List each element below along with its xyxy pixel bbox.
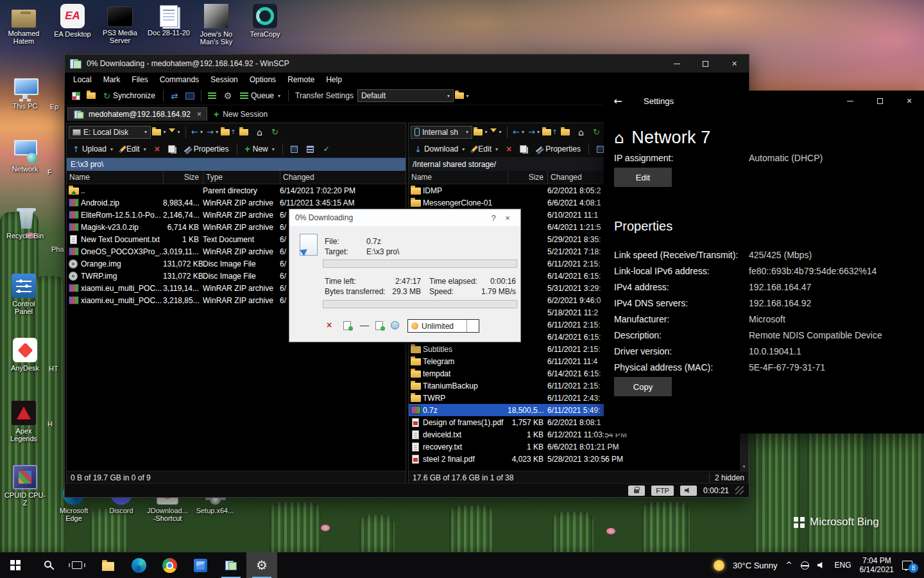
select-check-icon[interactable]: ✓	[320, 142, 334, 156]
volume-icon[interactable]	[817, 561, 826, 569]
delete-button[interactable]: ×	[151, 143, 163, 155]
desktop-icon-mohamed-hatem[interactable]: Mohamed Hatem	[3, 5, 45, 45]
background-button[interactable]	[375, 321, 383, 332]
view-grid-icon[interactable]	[287, 142, 302, 156]
refresh-icon[interactable]: ↻	[589, 125, 603, 139]
root-directory-icon[interactable]	[237, 125, 251, 139]
properties-button[interactable]: Properties	[180, 143, 232, 155]
remote-drive-selector[interactable]: Internal sh ▾	[411, 126, 472, 139]
scroll-down-icon[interactable]: ▾	[740, 462, 748, 471]
photos-taskbar-button[interactable]	[185, 552, 216, 578]
action-center-button[interactable]: 8	[902, 561, 912, 570]
edit-button[interactable]: Edit	[614, 168, 672, 187]
copy-button[interactable]: Copy	[614, 377, 672, 396]
new-session-tab[interactable]: + New Session	[209, 107, 273, 121]
task-view-button[interactable]	[62, 552, 92, 578]
parent-directory-icon[interactable]: ↑	[542, 125, 557, 139]
file-explorer-button[interactable]	[92, 552, 123, 578]
menu-help[interactable]: Help	[320, 75, 348, 84]
local-path-bar[interactable]: E:\x3 pro\	[67, 158, 406, 171]
delete-button[interactable]: ×	[503, 143, 515, 155]
desktop-icon-recycle-bin[interactable]: Recycle Bin	[4, 206, 46, 240]
forward-icon[interactable]: →▾	[527, 125, 541, 139]
duplicate-button[interactable]	[165, 144, 178, 154]
session-tab[interactable]: medohatem@192.168.164.92 ×	[67, 107, 207, 121]
back-icon[interactable]: ←▾	[511, 125, 526, 139]
file-row[interactable]: ..Parent directory6/14/2021 7:02:20 PM	[67, 184, 406, 197]
menu-local[interactable]: Local	[67, 75, 98, 84]
properties-button[interactable]: Properties	[532, 143, 584, 155]
dialog-titlebar[interactable]: 0% Downloading ? ×	[289, 209, 520, 226]
speed-limit-select[interactable]: Unlimited	[407, 319, 479, 333]
file-row[interactable]: recovery.txt1 KB6/6/2021 8:01:21 PM	[409, 441, 748, 453]
root-directory-icon[interactable]	[558, 125, 572, 139]
desktop-icon-doc[interactable]: Doc 28-11-20	[148, 4, 190, 37]
suspend-button[interactable]	[343, 321, 351, 332]
folder-dropdown-icon[interactable]: ▾	[152, 125, 166, 139]
back-icon[interactable]: ←▾	[190, 125, 204, 139]
desktop-icon-teracopy[interactable]: TeraCopy	[244, 4, 286, 38]
file-row[interactable]: Android.zip8,983,44...WinRAR ZIP archive…	[67, 197, 406, 209]
language-indicator[interactable]: ENG	[835, 561, 851, 570]
column-size[interactable]: Size	[163, 171, 203, 184]
parent-directory-icon[interactable]: ↑	[221, 125, 235, 139]
refresh-icon[interactable]: ↻	[268, 125, 282, 139]
search-button[interactable]	[31, 552, 62, 578]
home-directory-icon[interactable]: ⌂	[574, 125, 588, 139]
menu-files[interactable]: Files	[126, 75, 153, 84]
home-directory-icon[interactable]: ⌂	[252, 125, 266, 139]
minimize-button[interactable]	[662, 55, 691, 73]
filter-icon[interactable]: ▾	[489, 125, 503, 139]
file-row[interactable]: steel 2 final.pdf4,023 KB5/28/2021 3:20:…	[409, 453, 748, 465]
weather-icon[interactable]	[714, 560, 724, 571]
synchronize-button[interactable]: ↻Synchronize	[99, 90, 159, 102]
download-button[interactable]: ↓Download▾	[411, 143, 468, 155]
drive-selector[interactable]: E: Local Disk ▾	[69, 126, 151, 139]
filter-icon[interactable]: ▾	[167, 125, 182, 139]
clock[interactable]: 7:04 PM 6/14/2021	[860, 556, 894, 574]
ftp-button[interactable]: FTP	[651, 486, 674, 496]
hidden-icons-chevron[interactable]: ^	[786, 561, 792, 570]
desktop-icon-ea-desktop[interactable]: EA EA Desktop	[51, 4, 94, 38]
chrome-taskbar-button[interactable]	[154, 552, 185, 578]
desktop-icon-apex-legends[interactable]: Apex Legends	[3, 401, 45, 442]
maximize-button[interactable]	[865, 91, 894, 110]
new-button[interactable]: +New▾	[242, 143, 278, 155]
menu-commands[interactable]: Commands	[154, 75, 205, 84]
sound-button[interactable]	[680, 486, 697, 496]
settings-titlebar[interactable]: ← Settings ×	[604, 91, 924, 111]
winscp-taskbar-button[interactable]	[216, 552, 246, 578]
column-size[interactable]: Size	[508, 171, 547, 184]
queue-list-icon[interactable]	[205, 89, 219, 103]
speed-limit-dropdown[interactable]	[466, 320, 475, 332]
resize-grip[interactable]	[735, 486, 744, 495]
console-icon[interactable]	[183, 89, 197, 103]
menu-remote[interactable]: Remote	[282, 75, 320, 84]
desktop-icon-no-mans-sky[interactable]: Joew's No Man's Sky	[195, 4, 237, 46]
queue-button[interactable]: Queue▾	[236, 90, 284, 101]
lock-button[interactable]	[628, 486, 645, 496]
duplicate-button[interactable]	[517, 144, 530, 154]
menu-mark[interactable]: Mark	[98, 75, 126, 84]
maximize-button[interactable]	[691, 55, 720, 73]
desktop-icon-cpu-z[interactable]: CPUID CPU-Z	[4, 465, 46, 507]
edge-taskbar-button[interactable]	[123, 552, 154, 578]
forward-icon[interactable]: →▾	[205, 125, 219, 139]
close-tab-icon[interactable]: ×	[197, 110, 201, 119]
minimize-dialog-button[interactable]: —	[360, 320, 369, 330]
minimize-button[interactable]	[835, 91, 865, 110]
column-changed[interactable]: Changed	[280, 171, 406, 184]
desktop-icon-network[interactable]: Network	[4, 139, 46, 173]
close-button[interactable]: ×	[720, 55, 749, 73]
close-button[interactable]: ×	[894, 91, 924, 110]
folder-dropdown-icon[interactable]: ▾	[474, 125, 488, 139]
column-type[interactable]: Type	[203, 171, 280, 184]
transfer-settings-select[interactable]: Default▾	[357, 89, 454, 102]
desktop-icon-ps3-media-server[interactable]: PS3 Media Server	[99, 4, 141, 44]
edit-button[interactable]: Edit▾	[470, 143, 501, 155]
help-icon[interactable]: ?	[486, 213, 501, 223]
weather-text[interactable]: 30°C Sunny	[733, 561, 778, 570]
network-button[interactable]	[391, 321, 399, 331]
back-button[interactable]: ←	[604, 95, 632, 107]
column-name[interactable]: Name	[67, 171, 163, 184]
